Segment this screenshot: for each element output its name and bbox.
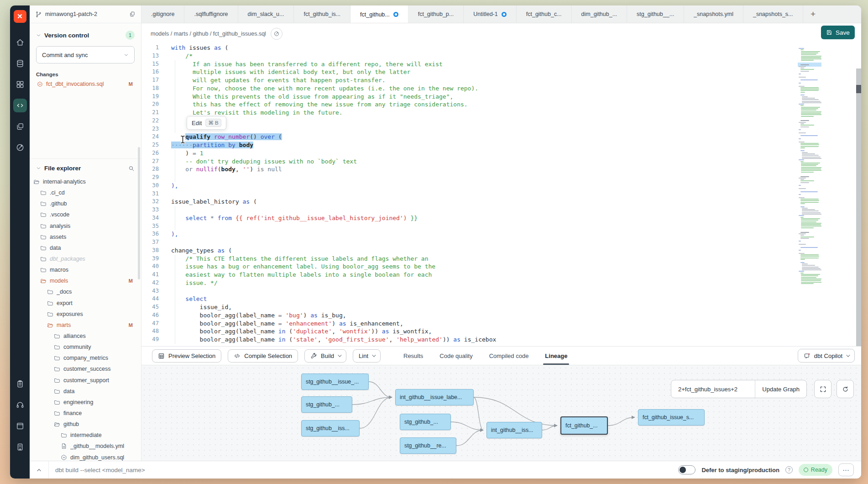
file-tree-item[interactable]: exposures <box>30 309 141 320</box>
file-tree-item[interactable]: macros <box>30 264 141 275</box>
code-line[interactable]: 48 boolor_agg(label_name in ('duplicate'… <box>141 327 861 336</box>
code-line[interactable]: 27 -- don't try deduping issues with no … <box>141 158 861 166</box>
code-line[interactable]: 29 <box>141 174 861 182</box>
file-tree-item[interactable]: company_metrics <box>30 352 141 363</box>
lineage-node[interactable]: int_github__iss... <box>486 422 542 438</box>
code-line[interactable]: 36), <box>141 230 861 238</box>
code-line[interactable]: 28 or nullif(body, '') is null <box>141 165 861 174</box>
file-tree-item[interactable]: github <box>30 419 141 430</box>
lineage-node[interactable]: fct_github_... <box>560 416 608 435</box>
user-avatar[interactable] <box>14 461 26 474</box>
preview-selection-button[interactable]: Preview Selection <box>152 349 221 363</box>
file-tree-item[interactable]: data <box>30 242 141 253</box>
code-line[interactable]: 22 <box>141 117 861 125</box>
code-line[interactable]: 33 <box>141 206 861 214</box>
lineage-node[interactable]: int_github__issue_labe... <box>395 389 474 405</box>
search-icon[interactable] <box>128 165 135 172</box>
code-lines[interactable]: 1with issues as (13 /*15 If an issue has… <box>141 44 861 346</box>
code-line[interactable]: 47 boolor_agg(label_name = 'enhancement'… <box>141 320 861 328</box>
chevron-down-icon[interactable] <box>36 33 41 38</box>
lineage-selector-input[interactable]: 2+fct_github_issues+2 <box>671 386 755 393</box>
develop-ide-icon[interactable] <box>13 99 27 112</box>
editor-tab[interactable]: fct_github_p... <box>408 5 464 23</box>
file-tree-item[interactable]: internal-analytics <box>30 176 141 187</box>
branch-header[interactable]: mirnawong1-patch-2 <box>30 5 141 23</box>
code-line[interactable]: 13 /* <box>141 52 861 60</box>
file-tree-scrollbar[interactable] <box>138 159 140 279</box>
command-input[interactable]: dbt build --select <model_name> <box>55 467 145 473</box>
code-line[interactable]: 24 qualify row_number() over ( <box>141 133 861 141</box>
editor-tab[interactable]: stg_github__... <box>627 5 684 23</box>
editor-scrollbar-thumb[interactable] <box>856 85 861 93</box>
editor-tab[interactable]: dim_github_... <box>572 5 627 23</box>
code-line[interactable]: 42 issue. */ <box>141 279 861 287</box>
commit-and-sync-button[interactable]: Commit and sync <box>36 46 135 63</box>
code-line[interactable]: 31 <box>141 190 861 198</box>
file-tree-item[interactable]: dbt_packages <box>30 253 141 264</box>
docs-panel-icon[interactable] <box>13 419 27 433</box>
result-tab-compiled-code[interactable]: Compiled code <box>489 347 529 365</box>
code-line[interactable]: 30), <box>141 182 861 190</box>
code-line[interactable]: 17 will get updates for events that happ… <box>141 76 861 84</box>
new-tab-button[interactable]: + <box>803 5 823 23</box>
windows-icon[interactable] <box>13 120 27 133</box>
lineage-node[interactable]: stg_github__issue_... <box>301 374 369 390</box>
code-line[interactable]: 44 select <box>141 295 861 303</box>
file-tree-item[interactable]: intermediate <box>30 430 141 441</box>
file-tree-item[interactable]: data <box>30 386 141 397</box>
editor-tab[interactable]: .sqlfluffignore <box>184 5 238 23</box>
lineage-node[interactable]: stg_github__iss... <box>301 420 360 437</box>
code-line[interactable]: 49 boolor_agg(label_name in ('stale', 'g… <box>141 336 861 344</box>
file-tree-item[interactable]: customer_success <box>30 363 141 374</box>
file-tree-item[interactable]: _github__models.yml <box>30 441 141 452</box>
editor-tab[interactable]: .gitignore <box>141 5 184 23</box>
changelog-icon[interactable] <box>13 377 27 391</box>
code-line[interactable]: 40 issue has a bug or enhancement label.… <box>141 263 861 271</box>
code-line[interactable]: 43 <box>141 287 861 295</box>
code-line[interactable]: 45 issue_id, <box>141 303 861 311</box>
code-line[interactable]: 41 easiest way to flatten multiple label… <box>141 271 861 279</box>
code-line[interactable]: 19 While this prevents the old issue fro… <box>141 93 861 101</box>
file-tree-item[interactable]: finance <box>30 408 141 419</box>
code-line[interactable]: 1with issues as ( <box>141 44 861 52</box>
editor-tab[interactable]: dim_slack_u... <box>238 5 294 23</box>
editor-tab[interactable]: fct_github_c... <box>517 5 572 23</box>
help-icon[interactable]: ? <box>785 466 793 473</box>
defer-toggle[interactable] <box>678 465 695 474</box>
lineage-node[interactable]: stg_github_... <box>301 396 352 413</box>
code-line[interactable]: 46 boolor_agg(label_name = 'bug') as is_… <box>141 311 861 320</box>
dbt-copilot-button[interactable]: dbt Copilot <box>798 349 855 363</box>
file-tree-item[interactable]: modelsM <box>30 275 141 286</box>
refresh-button[interactable] <box>837 380 854 398</box>
code-line[interactable]: 39 /* This CTE flattens the different is… <box>141 255 861 263</box>
editor-tab[interactable]: fct_github_is... <box>294 5 350 23</box>
expand-command-bar-button[interactable] <box>30 461 49 479</box>
minimap[interactable] <box>798 47 821 288</box>
editor-scrollbar[interactable] <box>856 68 861 346</box>
lineage-node[interactable]: fct_github_issue_s... <box>638 409 705 426</box>
compile-selection-button[interactable]: Compile Selection <box>228 349 298 363</box>
editor-tab[interactable]: Untitled-1 <box>464 5 517 23</box>
code-line[interactable]: 15 If an issue has been transferred to a… <box>141 60 861 68</box>
code-line[interactable]: 38change_types as ( <box>141 247 861 255</box>
update-graph-button[interactable]: Update Graph <box>755 386 806 393</box>
file-tree-item[interactable]: export <box>30 298 141 309</box>
editor-tab[interactable]: _snapshots.yml <box>684 5 743 23</box>
open-in-explore-button[interactable] <box>271 28 282 40</box>
result-tab-code-quality[interactable]: Code quality <box>439 347 472 365</box>
file-tree-item[interactable]: .github <box>30 198 141 209</box>
edit-tooltip[interactable]: Edit ⌘ B <box>187 116 226 130</box>
save-button[interactable]: Save <box>821 26 855 39</box>
code-line[interactable]: 35 <box>141 222 861 231</box>
changed-file-row[interactable]: fct_dbt_invocations.sql M <box>30 80 141 87</box>
dbt-logo[interactable]: ✕ <box>14 10 26 23</box>
database-icon[interactable] <box>13 57 27 70</box>
lineage-node[interactable]: stg_github_... <box>400 414 451 430</box>
fullscreen-button[interactable] <box>814 380 831 398</box>
file-tree-item[interactable]: analysis <box>30 221 141 231</box>
chevron-down-icon[interactable] <box>36 166 41 171</box>
code-line[interactable]: 16 multiple issues with identical body t… <box>141 68 861 76</box>
code-line[interactable]: 21 Let's revisit this modeling in the fu… <box>141 109 861 117</box>
result-tab-results[interactable]: Results <box>403 347 423 365</box>
code-line[interactable]: 18 For now, choose the one with more rec… <box>141 84 861 93</box>
